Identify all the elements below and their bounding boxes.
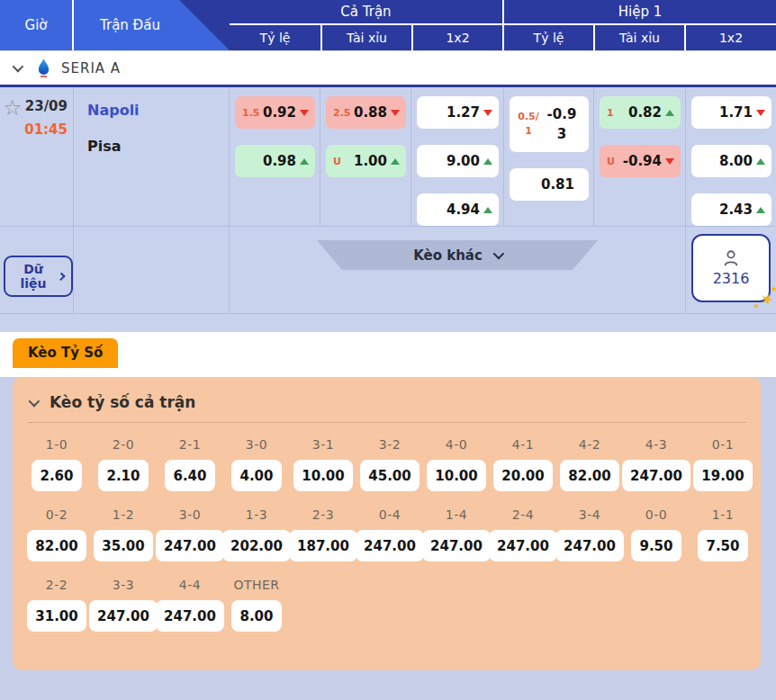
col-header-ft-overunder: Tài xỉu (320, 25, 411, 50)
ft-handicap-home-odds-button[interactable]: 1.5 0.92 (235, 96, 315, 129)
h1-over-odds-button[interactable]: 1 0.82 (600, 96, 681, 129)
score-odds-button[interactable]: 247.00 (89, 600, 158, 632)
data-button[interactable]: Dữ liệu (4, 256, 73, 297)
score-odds-item: 2-4 247.00 (490, 500, 556, 561)
handicap-line-label: 1.5 (242, 107, 260, 119)
trend-up-icon (665, 110, 674, 116)
score-odds-item: 2-3 187.00 (290, 500, 356, 561)
score-odds-button[interactable]: 8.00 (231, 600, 281, 632)
score-odds-button[interactable]: 7.50 (698, 530, 747, 561)
score-odds-button[interactable]: 10.00 (293, 460, 352, 491)
away-team-name[interactable]: Pisa (87, 138, 229, 155)
score-odds-button[interactable]: 247.00 (156, 600, 224, 632)
score-label: 1-3 (246, 507, 267, 522)
viewers-badge[interactable]: 2316 ★ ★ ★ (691, 234, 771, 302)
ft-under-odds-button[interactable]: U 1.00 (326, 145, 406, 177)
score-odds-button[interactable]: 247.00 (555, 530, 624, 561)
chevron-down-icon[interactable] (13, 61, 24, 73)
col-header-h1-1x2: 1x2 (684, 25, 776, 50)
odds-value: 4.94 (447, 202, 480, 218)
trend-up-icon (756, 207, 765, 213)
score-odds-item: 3-4 247.00 (556, 500, 623, 561)
score-label: 3-1 (312, 437, 334, 452)
trend-up-icon (483, 158, 492, 165)
chevron-down-icon[interactable] (29, 395, 41, 407)
overunder-line-label: 2.5 (333, 107, 351, 119)
h1-handicap-home-odds-button[interactable]: 0.5/1 -0.93 (510, 96, 589, 152)
trend-up-icon (483, 207, 492, 213)
score-odds-button[interactable]: 247.00 (156, 530, 224, 561)
league-row[interactable]: SERIA A (0, 50, 776, 87)
score-label: 2-4 (512, 507, 534, 522)
col-header-time: Giờ (0, 0, 74, 50)
h1-1x2-draw-odds-button[interactable]: 8.00 (691, 145, 771, 177)
score-odds-button[interactable]: 6.40 (165, 460, 214, 491)
score-odds-button[interactable]: 45.00 (360, 460, 419, 491)
ft-1x2-cell: 1.27 9.00 4.94 (411, 87, 504, 227)
ft-over-odds-button[interactable]: 2.5 0.88 (326, 96, 406, 129)
home-team-name[interactable]: Napoli (87, 102, 229, 119)
score-odds-button[interactable]: 82.00 (560, 460, 618, 491)
score-odds-button[interactable]: 2.60 (32, 460, 81, 491)
match-row: ☆ 23/09 01:45 Napoli Pisa 1.5 0.92 0.98 (0, 87, 776, 227)
score-odds-button[interactable]: 202.00 (222, 530, 291, 561)
score-odds-button[interactable]: 82.00 (27, 530, 86, 561)
odds-table: ☆ 23/09 01:45 Napoli Pisa 1.5 0.92 0.98 (0, 87, 776, 332)
score-odds-button[interactable]: 35.00 (94, 530, 152, 561)
favorite-star-icon[interactable]: ☆ (3, 98, 23, 226)
score-odds-button[interactable]: 2.10 (98, 460, 148, 491)
panel-header[interactable]: Kèo tỷ số cả trận (13, 377, 761, 411)
score-label: 0-0 (645, 507, 667, 522)
score-odds-button[interactable]: 247.00 (489, 530, 557, 561)
score-odds-item: 4-1 20.00 (490, 430, 556, 491)
score-odds-item: 0-4 247.00 (356, 500, 423, 561)
score-label: 1-1 (712, 507, 734, 522)
sparkle-star-icon: ★ (758, 289, 776, 310)
score-label: 4-0 (446, 437, 467, 452)
ft-1x2-home-odds-button[interactable]: 1.27 (417, 96, 499, 129)
chevron-right-icon (57, 272, 65, 280)
score-odds-button[interactable]: 247.00 (622, 460, 690, 491)
score-odds-button[interactable]: 247.00 (356, 530, 424, 561)
score-odds-button[interactable]: 19.00 (693, 460, 752, 491)
score-odds-button[interactable]: 4.00 (231, 460, 281, 491)
score-odds-button[interactable]: 187.00 (289, 530, 357, 561)
tab-correct-score[interactable]: Kèo Tỷ Số (13, 338, 118, 368)
h1-handicap-away-odds-button[interactable]: 0.81 (510, 168, 589, 201)
h1-under-odds-button[interactable]: U -0.94 (600, 145, 681, 177)
trend-up-icon (300, 158, 309, 165)
header-left: Giờ Trận Đấu (0, 0, 230, 50)
col-header-ft-1x2: 1x2 (411, 25, 502, 50)
odds-value: 2.43 (719, 202, 753, 218)
ft-handicap-away-odds-button[interactable]: 0.98 (235, 145, 315, 177)
score-odds-button[interactable]: 20.00 (493, 460, 552, 491)
h1-1x2-home-odds-button[interactable]: 1.71 (691, 96, 771, 129)
score-odds-button[interactable]: 247.00 (422, 530, 491, 561)
data-cell: Dữ liệu (0, 227, 74, 314)
score-label: 3-3 (113, 578, 134, 592)
score-label: 3-4 (579, 507, 600, 522)
score-odds-button[interactable]: 10.00 (427, 460, 485, 491)
score-odds-button[interactable]: 9.50 (631, 530, 681, 561)
score-label: 2-3 (312, 507, 334, 522)
col-header-h1-overunder: Tài xỉu (593, 25, 684, 50)
score-odds-item: 1-0 2.60 (23, 430, 90, 491)
ft-1x2-away-odds-button[interactable]: 4.94 (417, 193, 499, 226)
match-datetime: 23/09 01:45 (24, 98, 68, 226)
score-label: 3-0 (179, 507, 201, 522)
h1-1x2-away-odds-button[interactable]: 2.43 (691, 193, 771, 226)
trend-down-icon (665, 158, 674, 165)
score-odds-item: 1-1 7.50 (690, 500, 756, 561)
more-odds-button[interactable]: Kèo khác (317, 240, 598, 270)
score-odds-button[interactable]: 31.00 (27, 600, 86, 632)
score-label: 0-1 (712, 437, 734, 452)
score-odds-item: 0-2 82.00 (23, 500, 90, 561)
trend-down-icon (391, 110, 400, 116)
score-label: 2-0 (113, 437, 134, 452)
score-odds-item: 0-1 19.00 (690, 430, 756, 491)
league-logo-icon (37, 58, 50, 78)
teams-cell[interactable]: Napoli Pisa (74, 87, 230, 227)
more-odds-label: Kèo khác (413, 247, 483, 264)
ft-1x2-draw-odds-button[interactable]: 9.00 (417, 145, 499, 177)
handicap-line-label: 0.5/1 (517, 110, 540, 139)
